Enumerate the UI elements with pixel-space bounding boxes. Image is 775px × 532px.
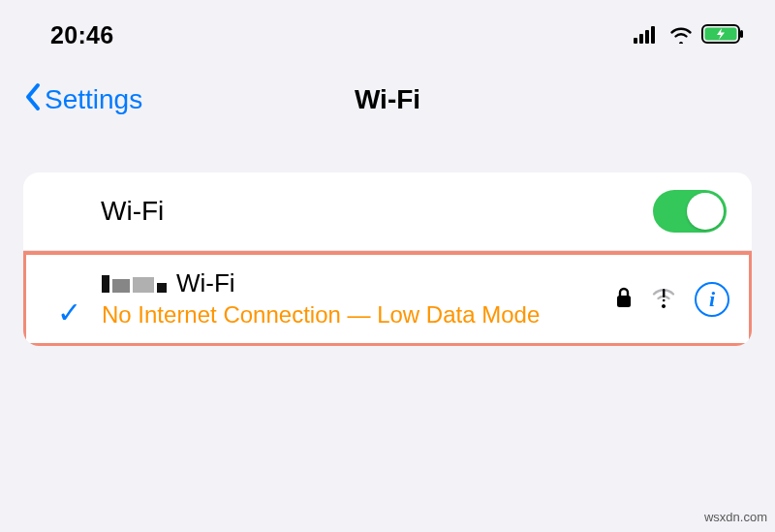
connected-check-col: ✓ bbox=[47, 268, 90, 329]
svg-rect-3 bbox=[651, 26, 655, 44]
back-label: Settings bbox=[45, 84, 142, 115]
info-button[interactable]: i bbox=[695, 282, 729, 317]
battery-charging-icon bbox=[701, 21, 744, 49]
status-time: 20:46 bbox=[50, 21, 113, 49]
svg-rect-8 bbox=[663, 289, 665, 297]
svg-rect-6 bbox=[740, 30, 743, 38]
redacted-prefix bbox=[102, 275, 167, 293]
wifi-status-icon bbox=[668, 21, 694, 49]
wifi-warning-icon bbox=[650, 287, 677, 312]
status-bar: 20:46 bbox=[0, 0, 775, 52]
toggle-knob bbox=[687, 193, 724, 230]
svg-point-9 bbox=[663, 298, 666, 301]
wifi-toggle-row: Wi-Fi bbox=[23, 172, 752, 251]
network-status: No Internet Connection — Low Data Mode bbox=[102, 300, 604, 329]
page-title: Wi-Fi bbox=[355, 84, 420, 115]
lock-icon bbox=[615, 286, 633, 313]
network-icons: i bbox=[615, 282, 729, 317]
network-row[interactable]: ✓ Wi-Fi No Internet Connection — Low Dat… bbox=[26, 255, 749, 343]
wifi-toggle[interactable] bbox=[653, 190, 727, 233]
svg-rect-7 bbox=[617, 296, 631, 307]
chevron-left-icon bbox=[23, 81, 43, 119]
svg-rect-2 bbox=[645, 30, 649, 44]
wifi-label: Wi-Fi bbox=[101, 196, 164, 227]
cellular-icon bbox=[634, 21, 661, 49]
checkmark-icon: ✓ bbox=[57, 296, 81, 329]
watermark: wsxdn.com bbox=[704, 510, 767, 524]
back-button[interactable]: Settings bbox=[23, 81, 142, 119]
network-name-suffix: Wi-Fi bbox=[176, 268, 235, 298]
connected-network-highlight: ✓ Wi-Fi No Internet Connection — Low Dat… bbox=[23, 251, 752, 346]
network-info: Wi-Fi No Internet Connection — Low Data … bbox=[102, 268, 604, 329]
svg-rect-0 bbox=[634, 38, 637, 44]
nav-bar: Settings Wi-Fi bbox=[0, 52, 775, 136]
wifi-list: Wi-Fi ✓ Wi-Fi No Internet Connection — L… bbox=[23, 172, 752, 346]
status-indicators bbox=[634, 21, 744, 49]
network-name: Wi-Fi bbox=[102, 268, 604, 298]
svg-rect-1 bbox=[639, 34, 643, 44]
